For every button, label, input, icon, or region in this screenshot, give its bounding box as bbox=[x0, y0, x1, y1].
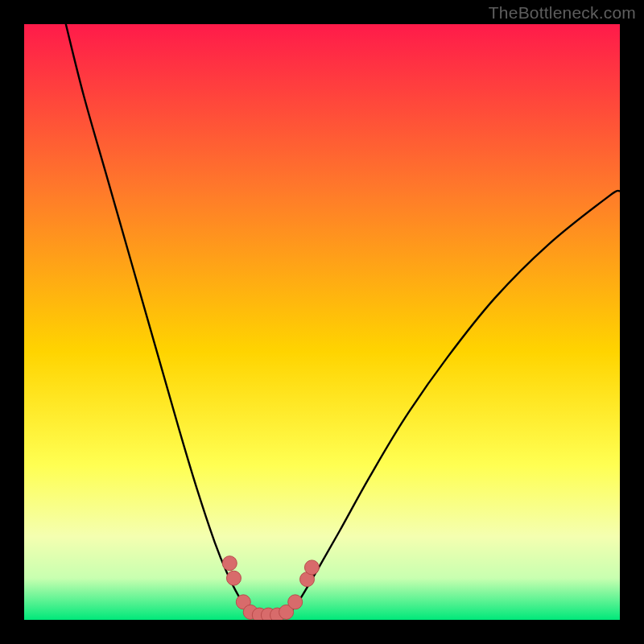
data-marker bbox=[222, 556, 237, 571]
chart-container: { "watermark": "TheBottleneck.com", "col… bbox=[0, 0, 644, 644]
data-marker bbox=[304, 560, 319, 575]
data-marker bbox=[226, 571, 241, 585]
gradient-panel bbox=[24, 24, 620, 620]
plot-svg bbox=[24, 24, 620, 620]
watermark-text: TheBottleneck.com bbox=[489, 3, 636, 23]
data-marker bbox=[288, 595, 303, 609]
